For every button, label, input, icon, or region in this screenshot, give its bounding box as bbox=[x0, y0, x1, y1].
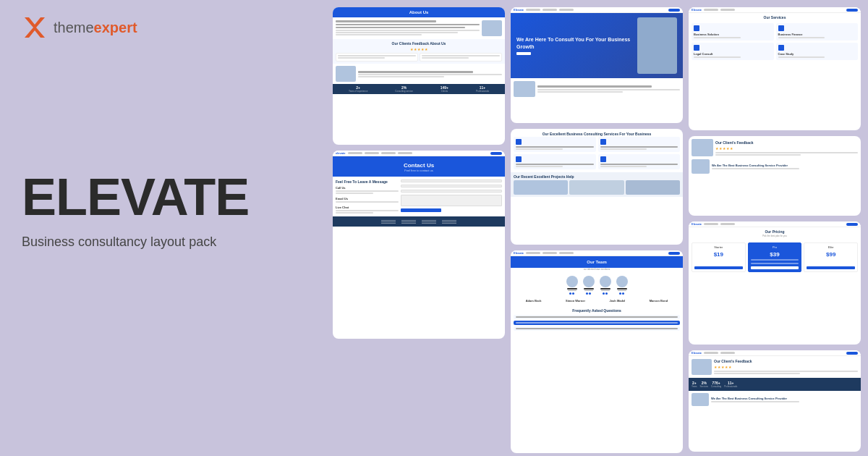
contact-subtitle: Feel free to contact us bbox=[336, 169, 502, 172]
feedback-section: Our Clients Feedback About Us ★ ★ ★ ★ ★ bbox=[333, 39, 505, 64]
social-links-4 bbox=[619, 292, 624, 295]
contact-title: Contact Us bbox=[336, 162, 502, 169]
feedback-title: Our Clients Feedback About Us bbox=[336, 41, 502, 46]
services-screenshot: Elevate Our Services Business Solution B… bbox=[689, 7, 861, 130]
footer-line-12 bbox=[442, 223, 456, 224]
consulting-screenshot: Our Excellent Business Consulting Servic… bbox=[511, 129, 683, 245]
client-feedback-screenshot: Our Client's Feedback ★ ★ ★ ★ ★ We Are T… bbox=[689, 136, 861, 216]
hero-banner: We Are Here To Consult You For Your Busi… bbox=[511, 13, 683, 78]
service-desc-2 bbox=[778, 37, 825, 38]
member-role-2 bbox=[584, 290, 593, 291]
pro-price: $39 bbox=[770, 251, 779, 258]
pro-name: Pro bbox=[773, 245, 777, 249]
nav-brand: elevate bbox=[336, 151, 346, 155]
footer-line-6 bbox=[401, 223, 416, 224]
email-us-label: Email Us bbox=[336, 197, 399, 200]
team-nav-link-1 bbox=[526, 252, 540, 254]
contact-body: Feel Free To Leave A Message Call Us Ema… bbox=[333, 177, 505, 216]
projects-title: Our Recent Excellent Projects Help bbox=[514, 174, 680, 179]
footer-line-2 bbox=[381, 221, 396, 222]
footer-line-11 bbox=[442, 221, 456, 222]
about-body bbox=[333, 17, 505, 39]
stat-label-2: Consulting service bbox=[395, 90, 413, 93]
projects-section: Our Recent Excellent Projects Help bbox=[511, 172, 683, 197]
team-nav: Elevate bbox=[511, 250, 683, 256]
projects-row bbox=[514, 180, 680, 195]
col-1: About Us Our Clients Feedback About Us ★… bbox=[333, 7, 505, 449]
cf2-image bbox=[692, 359, 712, 375]
footer-line-8 bbox=[422, 221, 436, 222]
social-icon-4 bbox=[589, 292, 591, 295]
stars-row: ★ ★ ★ ★ ★ bbox=[336, 47, 502, 51]
email-us-section: Email Us bbox=[336, 197, 399, 203]
pricing-nav-btn bbox=[846, 223, 858, 226]
starter-price: $19 bbox=[714, 251, 723, 258]
service-name-4: Case Study bbox=[778, 52, 856, 56]
service-card-3: Legal Consult bbox=[692, 43, 774, 60]
hero-nav-link-2 bbox=[542, 9, 557, 11]
hero-nav: Elevate bbox=[511, 7, 683, 13]
star-1: ★ bbox=[410, 47, 413, 51]
consulting-card-1 bbox=[514, 137, 596, 152]
client-star-4: ★ bbox=[726, 146, 729, 151]
contact-form bbox=[401, 180, 502, 214]
hero-text: We Are Here To Consult You For Your Busi… bbox=[516, 36, 634, 54]
cf2-star-3: ★ bbox=[721, 365, 724, 369]
service-icon-1 bbox=[694, 25, 699, 31]
contact-info: Feel Free To Leave A Message Call Us Ema… bbox=[336, 180, 399, 214]
service-name-2: Business Finance bbox=[778, 33, 856, 36]
sp-image bbox=[692, 159, 710, 174]
service-desc-4 bbox=[778, 56, 825, 58]
client-image bbox=[692, 139, 713, 156]
starter-btn bbox=[694, 266, 743, 269]
hero-nav-btn bbox=[668, 9, 680, 12]
hero-subtitle: Business consultancy layout pack bbox=[22, 235, 311, 250]
cf2-content: Our Client's Feedback ★ ★ ★ ★ ★ bbox=[689, 356, 861, 378]
services-nav-link-1 bbox=[704, 9, 718, 11]
project-img-2 bbox=[569, 180, 624, 195]
logo-text: themeexpert bbox=[54, 20, 137, 36]
member-role-4 bbox=[618, 290, 626, 291]
stat-2: 2% Consulting service bbox=[395, 85, 413, 93]
avatar-4 bbox=[616, 276, 628, 287]
pro-btn bbox=[751, 266, 799, 269]
footer-line-4 bbox=[401, 220, 416, 221]
footer-col-2 bbox=[401, 220, 416, 224]
footer-line-9 bbox=[422, 223, 436, 224]
pricing-nav-link-2 bbox=[720, 223, 735, 225]
faq-section: Frequently Asked Questions bbox=[511, 305, 683, 334]
pricing-title: Our Pricing bbox=[689, 227, 861, 235]
team-names-row: Adam Beck Simon Warner Josh Madel Marcon… bbox=[511, 299, 683, 303]
star-2: ★ bbox=[414, 47, 417, 51]
left-panel: themeexpert ELEVATE Business consultancy… bbox=[0, 0, 333, 456]
stat-label-4: Professionals bbox=[476, 90, 489, 93]
social-icon-8 bbox=[622, 292, 624, 295]
team-nav-brand: Elevate bbox=[514, 251, 524, 255]
client-star-5: ★ bbox=[730, 146, 733, 151]
cf2-stat-1: 2+ Years bbox=[692, 381, 697, 388]
footer-col-4 bbox=[442, 220, 456, 224]
cf2-stars: ★ ★ ★ ★ ★ bbox=[714, 365, 858, 369]
faq-item-3 bbox=[514, 326, 680, 331]
message-field bbox=[401, 195, 502, 206]
consulting-icon-1 bbox=[516, 139, 522, 145]
screenshots-area: About Us Our Clients Feedback About Us ★… bbox=[333, 0, 868, 456]
service-desc-3 bbox=[694, 56, 741, 58]
footer-col-3 bbox=[422, 220, 436, 224]
service-card-4: Case Study bbox=[776, 43, 859, 60]
nav-link-2 bbox=[365, 152, 379, 154]
stat-4: 11+ Professionals bbox=[476, 85, 489, 93]
consulting-title: Our Excellent Business Consulting Servic… bbox=[511, 129, 683, 137]
consulting-icon-2 bbox=[600, 139, 606, 145]
feedback-cards bbox=[336, 53, 502, 62]
cf2-nav-link-2 bbox=[720, 352, 735, 354]
footer-line-5 bbox=[401, 221, 416, 222]
cf2-stat-3: 776+ Consulting bbox=[711, 381, 721, 388]
service-card-1: Business Solution bbox=[692, 23, 774, 41]
services-nav: Elevate bbox=[689, 7, 861, 13]
nav-link-4 bbox=[398, 152, 412, 154]
client-star-1: ★ bbox=[715, 146, 718, 151]
team-member-4 bbox=[615, 276, 629, 295]
services-title: Our Services bbox=[689, 13, 861, 20]
cf2-stat-label-3: Consulting bbox=[711, 385, 721, 388]
